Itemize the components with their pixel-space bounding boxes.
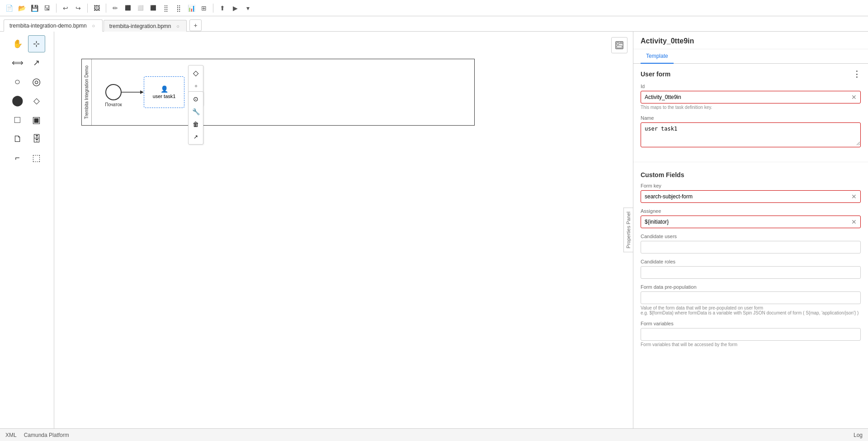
form-variables-input[interactable]: [641, 328, 860, 340]
distribute-v-button[interactable]: ⣿: [173, 3, 184, 14]
save-button[interactable]: 💾: [29, 3, 40, 14]
distribute-h-button[interactable]: ⣿: [160, 3, 171, 14]
assignee-label: Assignee: [641, 208, 861, 214]
tab-label-2: trembita-integration.bpmn: [109, 23, 171, 29]
play-button[interactable]: ▶: [230, 3, 241, 14]
section-menu-icon[interactable]: ⋮: [853, 69, 861, 79]
connect-tool[interactable]: ↗: [28, 54, 45, 71]
name-field: Name: [641, 115, 861, 147]
properties-panel-handle[interactable]: Properties Panel: [623, 207, 633, 252]
select-tool[interactable]: ⊹: [28, 35, 45, 52]
form-variables-input-wrap: [641, 328, 861, 341]
name-textarea[interactable]: [641, 123, 860, 145]
name-textarea-wrap: [641, 122, 861, 147]
intermediate-event-tool[interactable]: ◎: [28, 73, 45, 90]
candidate-roles-label: Candidate roles: [641, 259, 861, 264]
canvas[interactable]: Properties Panel Trembita Integration De…: [54, 32, 633, 428]
tab-trembita-demo[interactable]: trembita-integration-demo.bpmn ○: [4, 19, 103, 32]
chart-button[interactable]: 📊: [186, 3, 197, 14]
user-task-label: user task1: [153, 94, 176, 99]
palette-row-2: ⟺ ↗: [4, 54, 50, 71]
add-tab-button[interactable]: +: [189, 19, 201, 31]
name-label: Name: [641, 115, 861, 121]
ctx-diamond-circle[interactable]: ⬦: [190, 80, 202, 91]
start-event-tool[interactable]: ○: [9, 73, 26, 90]
statusbar: XML Camunda Platform Log: [0, 428, 868, 441]
assignee-input[interactable]: [641, 216, 848, 228]
tab-close-1[interactable]: ○: [90, 23, 97, 29]
toolbar-divider-3: [106, 4, 106, 13]
palette-row-4: ⬤ ◇: [4, 92, 50, 109]
frame-tool[interactable]: ⬚: [28, 149, 45, 166]
activity-title: Activity_0tte9in: [641, 37, 861, 45]
hand-tool[interactable]: ✋: [9, 35, 26, 52]
upload-button[interactable]: ⬆: [217, 3, 228, 14]
id-input[interactable]: [641, 91, 848, 103]
minimap-button[interactable]: [611, 37, 627, 53]
new-file-button[interactable]: 📄: [4, 3, 14, 14]
open-file-button[interactable]: 📂: [16, 3, 27, 14]
form-key-clear-button[interactable]: ✕: [848, 193, 860, 200]
align-right-button[interactable]: ⬛: [148, 3, 159, 14]
form-key-input[interactable]: [641, 191, 848, 202]
statusbar-xml[interactable]: XML: [5, 432, 17, 438]
tab-template[interactable]: Template: [641, 49, 674, 64]
properties-panel: Activity_0tte9in Template User form ⋮ Id…: [633, 32, 868, 428]
candidate-users-field: Candidate users: [641, 234, 861, 253]
table-button[interactable]: ⊞: [198, 3, 209, 14]
candidate-users-input[interactable]: [641, 241, 860, 253]
edit-button[interactable]: ✏: [110, 3, 121, 14]
gateway-tool[interactable]: ◇: [28, 92, 45, 109]
more-button[interactable]: ▾: [242, 3, 253, 14]
form-data-prepop-label: Form data pre-population: [641, 284, 861, 290]
assignee-clear-button[interactable]: ✕: [848, 218, 860, 225]
candidate-roles-input[interactable]: [641, 267, 860, 278]
pool-label-container: Trembita Integration Demo: [82, 59, 92, 125]
assignee-input-wrap: ✕: [641, 216, 861, 228]
undo-button[interactable]: ↩: [60, 3, 71, 14]
move-tool[interactable]: ⟺: [9, 54, 26, 71]
section-title-user-form: User form ⋮: [641, 69, 861, 79]
form-data-prepop-input[interactable]: [641, 292, 860, 304]
ctx-delete[interactable]: 🗑: [190, 118, 202, 130]
align-center-button[interactable]: ⬜: [135, 3, 146, 14]
start-event[interactable]: [105, 84, 122, 100]
document-tool[interactable]: 🗋: [9, 130, 26, 147]
align-left-button[interactable]: ⬛: [123, 3, 133, 14]
form-key-label: Form key: [641, 183, 861, 188]
palette-row-1: ✋ ⊹: [4, 35, 50, 52]
image-button[interactable]: 🖼: [91, 3, 102, 14]
task-tool[interactable]: □: [9, 111, 26, 128]
form-key-field: Form key ✕: [641, 183, 861, 203]
end-event-tool[interactable]: ⬤: [9, 92, 26, 109]
ctx-transform[interactable]: ↗: [190, 131, 202, 143]
arrow-1: [121, 88, 144, 97]
tab-close-2[interactable]: ○: [175, 23, 181, 29]
candidate-users-input-wrap: [641, 241, 861, 253]
custom-fields-section: Custom Fields Form key ✕ Assignee ✕: [633, 166, 868, 358]
form-data-prepop-input-wrap: [641, 291, 861, 304]
id-label: Id: [641, 84, 861, 89]
svg-rect-3: [617, 46, 622, 48]
redo-button[interactable]: ↪: [73, 3, 84, 14]
palette-row-5: □ ▣: [4, 111, 50, 128]
user-task[interactable]: 👤 user task1: [144, 76, 184, 108]
subprocess-tool[interactable]: ▣: [28, 111, 45, 128]
save-as-button[interactable]: 🖫: [42, 3, 52, 14]
id-clear-button[interactable]: ✕: [848, 94, 860, 101]
form-data-hint: Value of the form data that will be pre-…: [641, 305, 861, 315]
statusbar-platform: Camunda Platform: [24, 432, 69, 438]
annotation-tool[interactable]: ⌐: [9, 149, 26, 166]
tab-trembita[interactable]: trembita-integration.bpmn ○: [104, 20, 187, 32]
ctx-gateway[interactable]: ◇: [190, 67, 202, 79]
user-task-icon: 👤: [160, 85, 168, 93]
candidate-roles-field: Candidate roles: [641, 259, 861, 279]
form-key-input-wrap: ✕: [641, 190, 861, 203]
pool-label: Trembita Integration Demo: [84, 66, 89, 119]
database-tool[interactable]: 🗄: [28, 130, 45, 147]
statusbar-log[interactable]: Log: [854, 432, 863, 438]
ctx-circle-dot[interactable]: ⊙: [190, 93, 202, 105]
form-data-prepop-field: Form data pre-population Value of the fo…: [641, 284, 861, 315]
ctx-tools[interactable]: 🔧: [190, 106, 202, 117]
palette-row-6: 🗋 🗄: [4, 130, 50, 147]
